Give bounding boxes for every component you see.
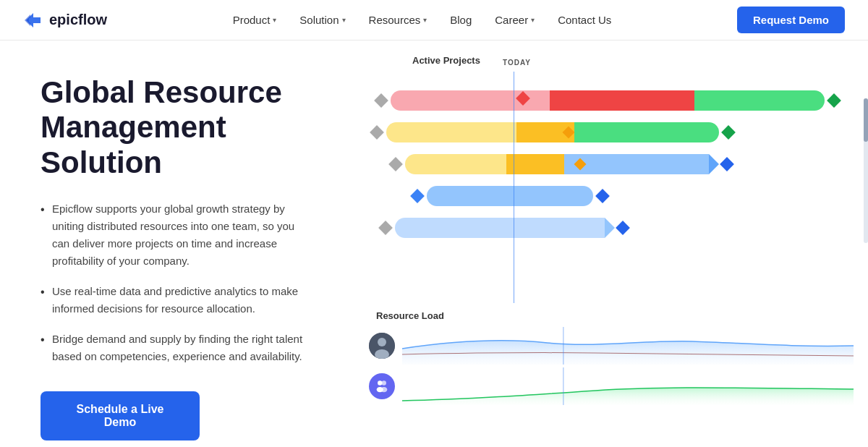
gantt-row-4: [412, 184, 854, 208]
bullet-2: Use real-time data and predictive analyt…: [41, 283, 312, 318]
logo-icon: [23, 10, 43, 30]
resource-row-2: [369, 367, 854, 405]
gantt-bars: [369, 72, 854, 239]
resource-load-title: Resource Load: [376, 310, 854, 321]
chart-panel: Active Projects TODAY: [347, 41, 868, 447]
navbar: epicflow Product ▾ Solution ▾ Resources …: [0, 0, 868, 41]
bar-green-1: [694, 90, 825, 111]
diamond-end-4: [595, 189, 610, 203]
gantt-row-1: [376, 89, 854, 112]
bar-orange-3: [506, 154, 564, 174]
bar-arrow-3: [709, 154, 719, 174]
diamond-end-2: [721, 125, 736, 140]
chevron-down-icon: ▾: [531, 16, 535, 24]
logo-text: epicflow: [49, 12, 107, 28]
resource-rows: [369, 327, 854, 405]
nav-links: Product ▾ Solution ▾ Resources ▾ Blog Ca…: [233, 14, 612, 26]
gantt-row-3: [391, 153, 854, 176]
active-projects-title: Active Projects: [412, 55, 854, 66]
svg-point-3: [378, 338, 386, 346]
chevron-down-icon: ▾: [423, 16, 427, 24]
gantt-row-2: [372, 121, 854, 144]
group-icon: [374, 378, 390, 394]
avatar-icon: [369, 333, 395, 359]
resource-chart-1: [402, 327, 854, 365]
gantt-chart: TODAY: [369, 72, 854, 303]
gantt-row-5: [380, 216, 854, 239]
schedule-demo-button[interactable]: Schedule a Live Demo: [41, 391, 200, 440]
bar-yellow-3: [405, 154, 506, 174]
resource-row-1: [369, 327, 854, 365]
today-line: [514, 72, 514, 303]
hero-headline: Global Resource Management Solution: [41, 75, 312, 180]
nav-contact[interactable]: Contact Us: [558, 14, 611, 26]
nav-resources[interactable]: Resources ▾: [369, 14, 427, 26]
chevron-down-icon: ▾: [342, 16, 346, 24]
nav-solution[interactable]: Solution ▾: [299, 14, 345, 26]
scrollbar[interactable]: [864, 98, 868, 243]
today-label: TODAY: [503, 59, 531, 67]
hero-section: Global Resource Management Solution Epic…: [0, 41, 347, 447]
svg-point-8: [380, 387, 387, 392]
bar-green-2: [574, 122, 719, 142]
diamond-end-1: [827, 93, 841, 108]
nav-product[interactable]: Product ▾: [233, 14, 277, 26]
diamond-start-2: [370, 125, 384, 140]
diamond-end-5: [616, 221, 630, 235]
request-demo-button[interactable]: Request Demo: [737, 7, 845, 33]
green-area: [402, 388, 854, 405]
bullet-3: Bridge demand and supply by finding the …: [41, 331, 312, 365]
blue-area: [402, 341, 854, 365]
diamond-start-3: [388, 157, 403, 171]
svg-point-6: [382, 380, 386, 385]
bar-blue-4: [427, 186, 593, 206]
diamond-start-4: [410, 189, 425, 203]
bar-arrow-5: [605, 218, 615, 238]
svg-point-5: [378, 380, 382, 385]
bar-lightblue-5: [395, 218, 605, 238]
bar-yellow-2: [386, 122, 516, 142]
scrollbar-thumb[interactable]: [864, 98, 868, 142]
diamond-end-3: [720, 157, 734, 171]
resource-line-svg-2: [402, 367, 854, 405]
nav-career[interactable]: Career ▾: [495, 14, 535, 26]
main-content: Global Resource Management Solution Epic…: [0, 41, 868, 447]
chevron-down-icon: ▾: [273, 16, 276, 24]
hero-bullets: Epicflow supports your global growth str…: [41, 200, 312, 365]
avatar-group-icon: [369, 373, 395, 399]
nav-blog[interactable]: Blog: [450, 14, 472, 26]
resource-load-section: Resource Load: [369, 310, 854, 405]
logo[interactable]: epicflow: [23, 10, 107, 30]
diamond-start-1: [374, 93, 388, 108]
diamond-start-5: [378, 221, 393, 235]
bullet-1: Epicflow supports your global growth str…: [41, 200, 312, 270]
bar-red-1: [550, 90, 694, 111]
avatar-person: [369, 333, 395, 359]
resource-chart-2: [402, 367, 854, 405]
resource-line-svg-1: [402, 327, 854, 365]
